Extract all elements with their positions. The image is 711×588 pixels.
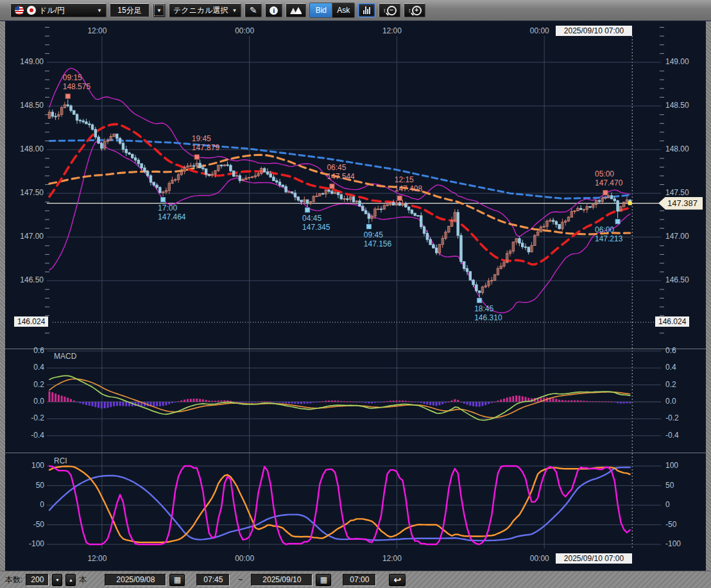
top-toolbar: ドル/円 ▼ 15分足 ▼ テクニカル選択 ▼ ✎ i Bid Ask [0, 0, 711, 21]
end-time-input[interactable]: 07:00 [343, 574, 376, 586]
extreme-annotation: 18:45146.310 [474, 304, 502, 322]
chevron-down-icon: ▼ [97, 8, 102, 13]
price-axis-label-right: 147.50 [665, 188, 689, 197]
zoom-in-icon: ↕ + [408, 6, 422, 15]
time-axis-label-bottom: 12:00 [87, 554, 107, 563]
rci-axis-label-left: -50 [13, 520, 44, 529]
extreme-annotation: 05:00147.470 [595, 169, 622, 187]
macd-axis-label-right: -0.2 [665, 413, 679, 422]
start-time-input[interactable]: 07:45 [196, 574, 230, 586]
chevron-down-icon: ▼ [157, 8, 162, 13]
time-axis-label-top: 00:00 [235, 26, 254, 35]
rci-axis-label-left: 0 [13, 500, 44, 509]
end-date-calendar-button[interactable]: ▦ [316, 574, 331, 586]
macd-axis-label-right: -0.4 [665, 431, 679, 440]
japan-flag-icon [27, 6, 36, 15]
rci-axis-label-right: 50 [665, 481, 674, 490]
macd-axis-label-left: 0.2 [13, 380, 44, 389]
count-decrement-button[interactable]: ▼ [52, 574, 62, 586]
price-axis-label-left: 146.50 [8, 275, 44, 284]
zoom-out-icon: ↕ − [383, 6, 397, 15]
extreme-annotation: 09:45147.156 [364, 230, 391, 248]
mountain-chart-icon [290, 7, 302, 14]
price-axis-label-left: 149.00 [8, 57, 44, 66]
currency-pair-label: ドル/円 [39, 5, 65, 16]
extreme-annotation: 17:00147.464 [158, 203, 185, 221]
window-edge-right [706, 21, 711, 571]
chevron-down-icon: ▼ [232, 8, 237, 13]
start-date-input[interactable]: 2025/09/08 [105, 574, 166, 586]
ask-button[interactable]: Ask [332, 3, 354, 17]
currency-pair-select[interactable]: ドル/円 ▼ [10, 3, 107, 17]
timeframe-value[interactable]: 15分足 [110, 3, 150, 17]
time-axis-label-top: 00:00 [530, 26, 549, 35]
rci-axis-label-right: -50 [665, 520, 676, 529]
rci-axis-label-right: 0 [665, 500, 670, 509]
price-axis-label-left: 147.50 [8, 188, 44, 197]
rci-axis-label-right: -100 [665, 539, 681, 548]
timeframe-dropdown-button[interactable]: ▼ [153, 3, 166, 17]
chart-application: 149.00149.00148.50148.50148.00148.00147.… [0, 0, 711, 588]
rci-axis-label-left: -100 [13, 539, 44, 548]
price-axis-label-left: 147.00 [8, 232, 44, 241]
extreme-annotation: 12:15147.408 [395, 175, 422, 193]
timeframe-label: 15分足 [117, 5, 141, 16]
calendar-icon: ▦ [174, 575, 181, 584]
start-date-calendar-button[interactable]: ▦ [169, 574, 185, 586]
chart-canvas[interactable] [0, 0, 711, 588]
time-axis-label-top: 12:00 [87, 26, 107, 35]
window-edge-left [0, 21, 5, 571]
vertical-zoom-in-button[interactable]: ↕ + [404, 3, 425, 17]
low-line-label-left: 146.024 [14, 316, 48, 327]
macd-axis-label-left: 0.6 [13, 346, 44, 355]
bid-ask-toggle: Bid Ask [309, 3, 355, 18]
draw-tool-button[interactable]: ✎ [244, 3, 262, 17]
time-axis-label-bottom: 00:00 [235, 554, 254, 563]
rci-axis-label-left: 50 [13, 481, 44, 490]
count-increment-button[interactable]: ▲ [65, 574, 76, 586]
info-button[interactable]: i [265, 3, 282, 17]
price-axis-label-left: 148.50 [8, 101, 44, 110]
chevron-up-icon: ▲ [69, 578, 73, 582]
cursor-date-label-bottom: 2025/09/10 07:00 [556, 553, 632, 564]
price-axis-label-left: 148.00 [8, 144, 44, 153]
end-date-input[interactable]: 2025/09/10 [251, 574, 313, 586]
technical-select-button[interactable]: テクニカル選択 ▼ [169, 3, 241, 17]
extreme-annotation: 06:00147.213 [595, 225, 622, 243]
time-axis-label-bottom: 12:00 [382, 554, 402, 563]
price-axis-label-right: 148.50 [665, 101, 689, 110]
bar-count-input[interactable]: 200 [26, 574, 49, 586]
bar-count-label: 本数: [5, 575, 22, 585]
extreme-annotation: 09:15148.575 [63, 73, 90, 91]
cursor-date-label-top: 2025/09/10 07:00 [556, 26, 632, 36]
price-axis-label-right: 146.50 [665, 275, 689, 284]
vertical-zoom-out-button[interactable]: ↕ − [379, 3, 400, 17]
price-axis-label-right: 147.00 [665, 232, 689, 241]
price-axis-label-right: 149.00 [665, 57, 689, 66]
panel-layout-button[interactable] [358, 3, 375, 17]
chevron-down-icon: ▼ [55, 578, 60, 582]
macd-axis-label-left: -0.2 [13, 413, 44, 422]
us-flag-icon [15, 6, 24, 15]
macd-axis-label-left: -0.4 [13, 431, 44, 440]
macd-axis-label-right: 0.0 [665, 397, 676, 406]
rci-panel-title: RCI [54, 456, 67, 465]
extreme-annotation: 04:45147.345 [302, 214, 330, 232]
macd-axis-label-right: 0.2 [665, 380, 676, 389]
rci-axis-label-right: 100 [665, 461, 678, 470]
chart-style-button[interactable] [286, 3, 306, 17]
extreme-annotation: 19:45147.879 [192, 134, 219, 152]
macd-axis-label-right: 0.4 [665, 363, 676, 372]
bottom-toolbar: 本数: 200 ▼ ▲ 本 2025/09/08 ▦ 07:45 ~ 2025/… [0, 571, 711, 588]
bar-chart-icon [363, 6, 370, 14]
pencil-icon: ✎ [250, 5, 257, 15]
reset-range-button[interactable]: ↩ [389, 574, 406, 586]
macd-panel-title: MACD [54, 352, 76, 361]
extreme-annotation: 06:45147.544 [327, 163, 354, 181]
bid-button[interactable]: Bid [310, 3, 332, 17]
undo-icon: ↩ [393, 575, 401, 585]
price-axis-label-right: 148.00 [665, 144, 689, 153]
calendar-icon: ▦ [320, 575, 327, 584]
macd-axis-label-right: 0.6 [665, 346, 676, 355]
info-icon: i [270, 6, 278, 15]
